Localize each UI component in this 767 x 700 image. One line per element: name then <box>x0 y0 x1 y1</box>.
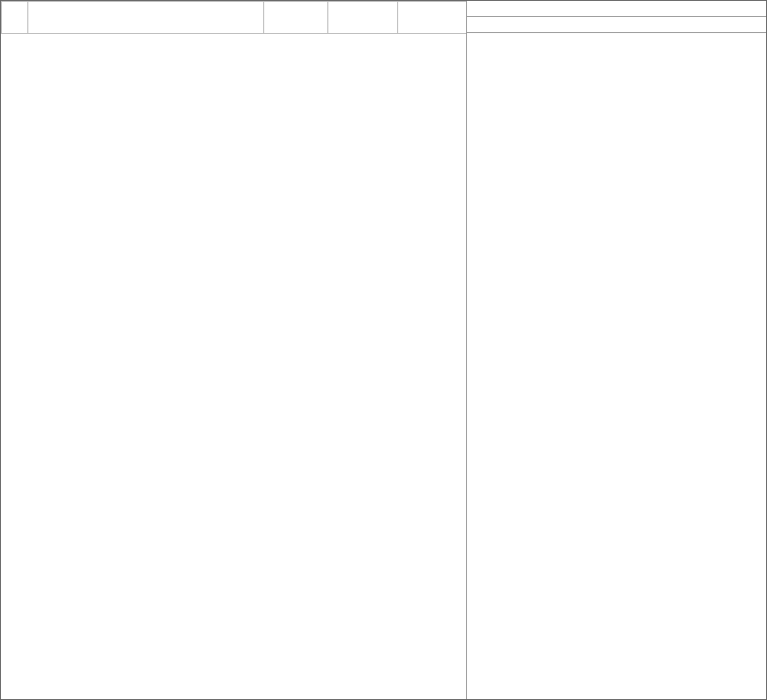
timeline-panel <box>467 1 766 699</box>
timeline-header-quarters <box>467 17 766 33</box>
col-start[interactable] <box>328 2 398 34</box>
gantt-chart[interactable] <box>467 33 766 699</box>
col-end[interactable] <box>398 2 468 34</box>
gantt-window <box>0 0 767 700</box>
table-header-row <box>2 2 468 34</box>
col-name[interactable] <box>28 2 264 34</box>
col-id[interactable] <box>2 2 28 34</box>
col-dur[interactable] <box>264 2 328 34</box>
task-table-panel <box>1 1 467 699</box>
timeline-header-years <box>467 1 766 17</box>
task-table <box>1 1 467 34</box>
